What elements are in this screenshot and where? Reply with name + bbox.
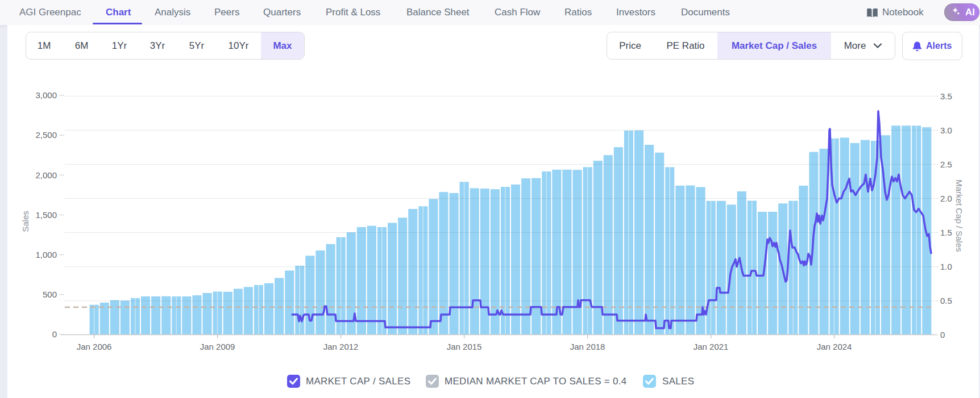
svg-text:0: 0 xyxy=(940,330,945,340)
svg-text:500: 500 xyxy=(43,290,57,299)
svg-text:1,000: 1,000 xyxy=(35,250,57,259)
svg-text:Jan 2012: Jan 2012 xyxy=(323,342,359,351)
svg-text:1.5: 1.5 xyxy=(940,228,952,237)
svg-text:3.5: 3.5 xyxy=(940,91,952,101)
svg-text:3,000: 3,000 xyxy=(35,90,57,100)
svg-text:Jan 2006: Jan 2006 xyxy=(77,342,112,351)
svg-text:Sales: Sales xyxy=(20,211,30,232)
svg-text:2,500: 2,500 xyxy=(35,130,57,140)
svg-text:Jan 2024: Jan 2024 xyxy=(817,342,852,351)
svg-text:Jan 2009: Jan 2009 xyxy=(200,342,235,351)
svg-text:Jan 2021: Jan 2021 xyxy=(694,342,729,351)
svg-text:1,500: 1,500 xyxy=(35,210,57,220)
svg-text:2.0: 2.0 xyxy=(940,194,952,203)
svg-text:0.5: 0.5 xyxy=(940,296,952,305)
svg-text:1.0: 1.0 xyxy=(940,262,952,271)
svg-text:Market Cap / Sales: Market Cap / Sales xyxy=(954,179,964,252)
svg-text:2,000: 2,000 xyxy=(35,170,57,180)
svg-text:Jan 2018: Jan 2018 xyxy=(570,342,605,351)
svg-text:3.0: 3.0 xyxy=(940,125,952,135)
svg-text:2.5: 2.5 xyxy=(940,160,952,169)
svg-text:Jan 2015: Jan 2015 xyxy=(447,342,482,351)
svg-text:0: 0 xyxy=(52,329,57,339)
